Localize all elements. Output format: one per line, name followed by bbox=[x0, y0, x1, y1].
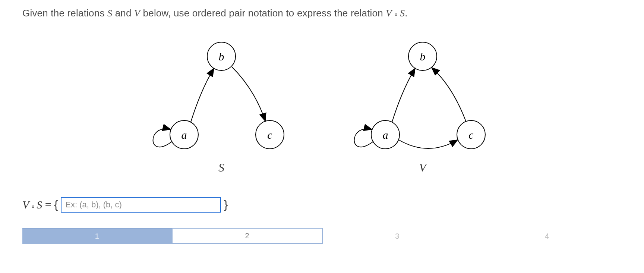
q-suffix: . bbox=[405, 7, 407, 19]
step-3-label: 3 bbox=[395, 232, 399, 241]
step-4-label: 4 bbox=[545, 232, 549, 241]
edge-s-ab bbox=[191, 68, 214, 122]
diagrams-container: b a c S b a c bbox=[22, 34, 622, 175]
q-prefix: Given the relations bbox=[22, 7, 107, 19]
node-s-b-label: b bbox=[219, 50, 224, 63]
node-v-c-label: c bbox=[468, 129, 473, 141]
edge-s-aa bbox=[153, 129, 172, 147]
diagram-s-label: S bbox=[218, 161, 224, 175]
edge-v-cb bbox=[432, 68, 466, 121]
step-1[interactable]: 1 bbox=[22, 228, 172, 244]
answer-v: V bbox=[22, 198, 29, 211]
diagram-v-block: b a c V bbox=[344, 34, 501, 175]
step-2-label: 2 bbox=[245, 232, 249, 240]
answer-circ: ∘ bbox=[29, 203, 37, 210]
edge-v-aa bbox=[354, 129, 373, 147]
steps-row: 1 2 3 4 bbox=[22, 228, 622, 244]
node-s-c-label: c bbox=[267, 129, 272, 141]
q-comp-v: V bbox=[386, 8, 392, 19]
diagram-v-label: V bbox=[419, 161, 426, 175]
answer-open-brace: { bbox=[54, 198, 58, 211]
question-text: Given the relations S and V below, use o… bbox=[22, 7, 622, 19]
q-circ: ∘ bbox=[392, 10, 400, 18]
q-mid2: below, use ordered pair notation to expr… bbox=[140, 7, 386, 19]
diagram-s-svg: b a c bbox=[143, 34, 300, 168]
q-rel2: V bbox=[134, 8, 140, 19]
edge-s-bc bbox=[232, 67, 265, 121]
answer-s: S bbox=[37, 198, 42, 211]
edge-v-ac bbox=[399, 140, 458, 148]
diagram-s-block: b a c S bbox=[143, 34, 300, 175]
q-rel1: S bbox=[107, 8, 112, 19]
q-mid1: and bbox=[112, 7, 134, 19]
q-comp-s: S bbox=[400, 8, 405, 19]
answer-lhs: V ∘ S = { bbox=[22, 198, 58, 211]
answer-equals: = bbox=[42, 198, 54, 211]
step-2[interactable]: 2 bbox=[172, 228, 323, 244]
node-v-b-label: b bbox=[420, 50, 426, 63]
answer-input[interactable] bbox=[61, 197, 221, 213]
node-v-a-label: a bbox=[383, 129, 388, 141]
step-1-label: 1 bbox=[95, 232, 99, 241]
answer-row: V ∘ S = { } bbox=[22, 197, 622, 213]
step-4[interactable]: 4 bbox=[472, 228, 622, 244]
diagram-v-svg: b a c bbox=[344, 34, 501, 168]
step-3[interactable]: 3 bbox=[323, 228, 472, 244]
edge-v-ab bbox=[392, 68, 415, 122]
answer-close-brace: } bbox=[224, 198, 228, 211]
node-s-a-label: a bbox=[181, 129, 187, 141]
